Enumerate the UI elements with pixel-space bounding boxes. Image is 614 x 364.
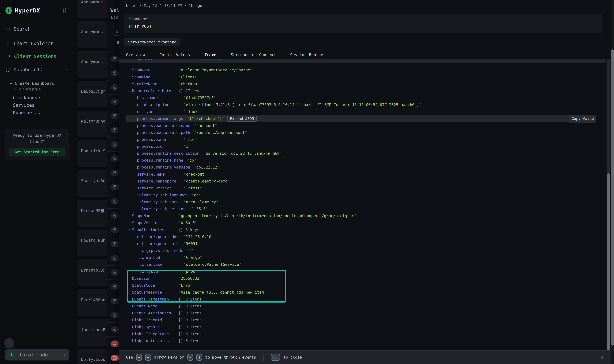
trace-attribute-row[interactable]: Events.Timestamp[] 0 items bbox=[119, 296, 605, 303]
trace-attribute-row[interactable]: net.sock.peer.port"50051" bbox=[119, 240, 605, 247]
trace-attribute-row[interactable]: ▸process.command_args"["./checkout"]"Exp… bbox=[119, 115, 605, 122]
search-input[interactable]: Sea bbox=[113, 26, 119, 36]
tab-surrounding-context[interactable]: Surrounding Context bbox=[226, 50, 281, 60]
trace-attribute-row[interactable]: service.version"latest" bbox=[119, 185, 605, 192]
collapse-sidebar-icon[interactable] bbox=[64, 8, 69, 13]
sidebar-item-services[interactable]: Services bbox=[13, 103, 35, 108]
session-card[interactable]: Walton9@ho bbox=[77, 111, 107, 137]
session-card[interactable]: Roderick_S bbox=[77, 140, 107, 167]
timeline-event-row[interactable] bbox=[107, 80, 119, 95]
timeline-event-row[interactable] bbox=[107, 223, 119, 237]
trace-attribute-row[interactable]: Links.SpanId[] 0 items bbox=[119, 324, 605, 330]
timeline-event-row[interactable] bbox=[107, 323, 119, 337]
trace-attribute-row[interactable]: SpanKind"Client" bbox=[119, 74, 605, 80]
tab-trace[interactable]: Trace bbox=[199, 50, 221, 60]
expand-caret-icon[interactable]: ▾ bbox=[129, 89, 131, 92]
timeline-event-row[interactable] bbox=[107, 308, 119, 323]
trace-attribute-row[interactable]: SpanName"oteldemo.PaymentService/Charge" bbox=[119, 66, 605, 73]
trace-attribute-row[interactable]: host.name"0faab73597c5" bbox=[119, 94, 605, 101]
trace-attribute-row[interactable]: os.description"Alpine Linux 3.21.3 (Linu… bbox=[119, 101, 605, 108]
session-card[interactable]: Pearl43@ho bbox=[77, 289, 107, 316]
timeline-event-row[interactable] bbox=[107, 195, 119, 209]
timeline-event-row[interactable] bbox=[107, 52, 119, 66]
table-scrollbar[interactable] bbox=[607, 59, 610, 350]
copy-value-button[interactable]: Copy Value bbox=[569, 115, 596, 123]
trace-attribute-row[interactable]: process.executable.name"checkout" bbox=[119, 122, 605, 129]
tab-overview[interactable]: Overview bbox=[121, 50, 150, 60]
timeline-event-row[interactable] bbox=[107, 152, 119, 166]
trace-attribute-row[interactable]: rpc.service"oteldemo.PaymentService" bbox=[119, 261, 605, 268]
tab-session-replay[interactable]: Session Replay bbox=[285, 50, 328, 60]
session-card[interactable]: Ernesto33@ bbox=[77, 260, 107, 286]
trace-attribute-row[interactable]: process.runtime.description"go version g… bbox=[119, 150, 605, 157]
trace-attribute-row[interactable]: process.executable.path"/usr/src/app/che… bbox=[119, 129, 605, 136]
trace-attribute-row[interactable]: rpc.method"Charge" bbox=[119, 254, 605, 261]
trace-attribute-row[interactable]: Links.TraceId[] 0 items bbox=[119, 316, 605, 324]
trace-attribute-row[interactable]: ScopeName"go.opentelemetry.io/contrib/in… bbox=[119, 212, 605, 219]
help-button[interactable]: ? bbox=[4, 338, 14, 348]
trace-attribute-row[interactable]: Events.Attributes[] 0 items bbox=[119, 310, 605, 316]
page-scrollbar-thumb[interactable] bbox=[611, 49, 614, 346]
timeline-event-row[interactable] bbox=[107, 166, 119, 180]
page-scrollbar[interactable] bbox=[611, 0, 614, 364]
trace-attribute-row[interactable]: ServiceName"checkout" bbox=[119, 80, 605, 87]
session-card[interactable]: Anonymous bbox=[77, 21, 107, 48]
trace-attribute-row[interactable]: Duration"28656333" bbox=[119, 275, 605, 282]
trace-attribute-row[interactable]: ▾SpanAttributes{} 6 keys bbox=[119, 226, 605, 233]
session-card[interactable]: Jonathan.B bbox=[77, 319, 107, 346]
session-card[interactable]: Anonymous bbox=[77, 51, 107, 78]
timeline-event-row[interactable] bbox=[107, 180, 119, 195]
trace-attribute-row[interactable]: Links.Attributes[] 0 items bbox=[119, 338, 605, 344]
session-card[interactable]: Shaniya.So bbox=[77, 170, 107, 197]
timeline-event-row[interactable] bbox=[107, 266, 119, 280]
expand-json-button[interactable]: Expand JSON bbox=[227, 116, 257, 122]
trace-attribute-row[interactable]: ScopeVersion"0.60.0" bbox=[119, 219, 605, 226]
trace-attribute-row[interactable]: ▾ResourceAttributes{} 17 keys bbox=[119, 87, 605, 94]
trace-attribute-row[interactable]: rpc.system"grpc" bbox=[119, 268, 605, 275]
trace-attribute-row[interactable]: Links.TraceState[] 0 items bbox=[119, 330, 605, 338]
create-dashboard-button[interactable]: + Create Dashboard bbox=[10, 81, 54, 86]
presets-header[interactable]: PRESETS bbox=[13, 88, 42, 92]
local-mode-menu[interactable]: U Local mode › bbox=[5, 349, 69, 361]
trace-attribute-row[interactable]: process.runtime.version"go1.22.12" bbox=[119, 164, 605, 171]
sidebar-item-kubernetes[interactable]: Kubernetes bbox=[13, 110, 40, 115]
session-card[interactable]: Howard.Run bbox=[77, 230, 107, 256]
timeline-event-row[interactable] bbox=[107, 66, 119, 80]
trace-attribute-row[interactable]: StatusCode"Error" bbox=[119, 282, 605, 289]
session-card[interactable]: Kieran92@h bbox=[77, 200, 107, 226]
session-card[interactable]: Anonymous bbox=[77, 0, 107, 18]
service-name-tag[interactable]: ServiceName: frontend bbox=[124, 38, 180, 46]
trace-attribute-row[interactable]: process.runtime.name"go" bbox=[119, 157, 605, 164]
trace-attribute-row[interactable]: service.namespace"opentelemetry-demo" bbox=[119, 178, 605, 185]
session-card[interactable]: Deion37@gm bbox=[77, 81, 107, 107]
sidebar-item-client-sessions[interactable]: Client Sessions bbox=[0, 51, 74, 62]
trace-attribute-row[interactable]: process.pid"1" bbox=[119, 143, 605, 150]
timeline-event-row[interactable] bbox=[107, 109, 119, 123]
timeline-event-row[interactable] bbox=[107, 237, 119, 251]
tab-column-values[interactable]: Column Values bbox=[154, 50, 195, 60]
timeline-event-row[interactable] bbox=[107, 351, 119, 364]
session-card[interactable]: Dolly.Lubo bbox=[77, 349, 107, 364]
trace-attribute-row[interactable]: telemetry.sdk.language"go" bbox=[119, 192, 605, 198]
get-started-button[interactable]: Get Started for Free bbox=[9, 148, 65, 156]
trace-attribute-row[interactable]: rpc.grpc.status_code"2" bbox=[119, 247, 605, 254]
timeline-event-row[interactable] bbox=[107, 138, 119, 152]
timeline-event-row[interactable] bbox=[107, 337, 119, 351]
timeline-event-row[interactable] bbox=[107, 95, 119, 109]
timeline-event-row[interactable] bbox=[107, 280, 119, 294]
sidebar-item-search[interactable]: Search bbox=[0, 24, 74, 34]
trace-attribute-row[interactable]: StatusMessage"Visa cache full: cannot ad… bbox=[119, 289, 605, 296]
sidebar-item-clickhouse[interactable]: Clickhouse bbox=[13, 95, 40, 100]
trace-attribute-row[interactable]: service.name"checkout" bbox=[119, 171, 605, 178]
timeline-event-row[interactable] bbox=[107, 294, 119, 308]
expand-caret-icon[interactable]: ▾ bbox=[129, 228, 131, 231]
close-icon[interactable]: ✕ bbox=[600, 354, 603, 360]
trace-attribute-row[interactable]: os.type"linux" bbox=[119, 108, 605, 115]
trace-attribute-row[interactable]: Events.Name[] 0 items bbox=[119, 303, 605, 310]
sidebar-item-chart-explorer[interactable]: Chart Explorer bbox=[0, 39, 74, 49]
trace-attribute-row[interactable]: telemetry.sdk.name"opentelemetry" bbox=[119, 198, 605, 206]
trace-attribute-row[interactable]: net.sock.peer.addr"172.28.0.10" bbox=[119, 233, 605, 240]
trace-attribute-row[interactable]: telemetry.sdk.version"1.35.0" bbox=[119, 206, 605, 212]
table-scrollbar-thumb[interactable] bbox=[607, 173, 610, 350]
sidebar-item-dashboards[interactable]: Dashboards bbox=[0, 65, 74, 75]
